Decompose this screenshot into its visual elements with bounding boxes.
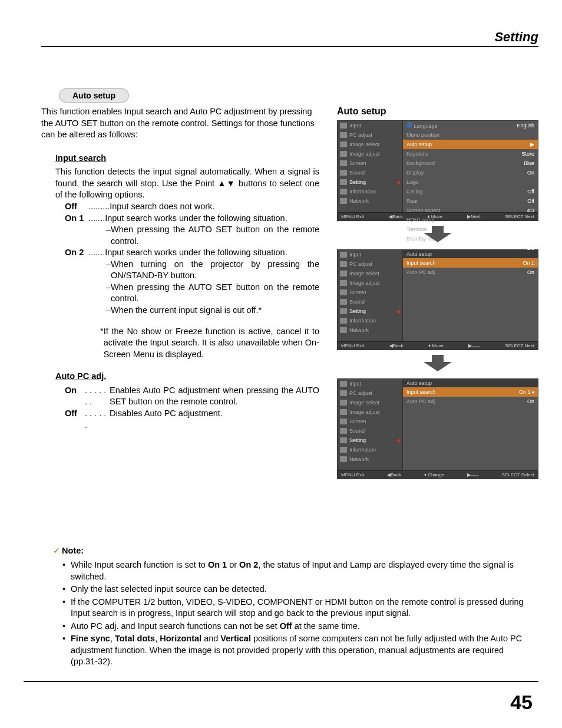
sidebar-item: Sound [338, 426, 402, 436]
sidebar-item: Image select [338, 269, 402, 278]
notes-section: ✓Note: While Input search function is se… [53, 545, 533, 669]
menu-row: RearOff [403, 196, 538, 206]
sidebar-item: Image select [338, 140, 402, 149]
down-arrow-icon [337, 355, 538, 374]
sidebar-item: Setting◀ [338, 307, 402, 316]
right-column: Auto setup InputPC adjustImage selectIma… [337, 106, 538, 479]
page-number: 45 [510, 691, 533, 714]
footnote: * If the No show or Freeze function is a… [100, 326, 319, 361]
auto-pc-heading: Auto PC adj. [55, 371, 319, 383]
section-pill: Auto setup [59, 88, 129, 103]
sidebar-item: Setting◀ [338, 436, 402, 445]
sidebar-item: Information [338, 445, 402, 454]
menu-row: Input searchOn 1 [403, 258, 538, 268]
note-item: Fine sync, Total dots, Horizontal and Ve… [62, 633, 533, 668]
menu-row: KeystoneStore [403, 149, 538, 159]
on1-a: – When pressing the AUTO SET button on t… [106, 224, 319, 247]
menu-row: Input searchOn 1 ♦ [403, 387, 538, 397]
sidebar-item: Screen [338, 288, 402, 297]
osd-panel-1: InputPC adjustImage selectImage adjustSc… [337, 120, 538, 221]
page-header: Setting [41, 29, 538, 47]
footer-hint: MENU Exit [341, 472, 364, 477]
autopc-off: Off . . . . . .Disables Auto PC adjustme… [65, 408, 319, 431]
sidebar-item: PC adjust [338, 130, 402, 140]
svg-marker-0 [424, 226, 452, 242]
footer-hint: ◀Back [389, 343, 404, 348]
footer-hint: MENU Exit [341, 343, 364, 348]
menu-row: Auto PC adj.On [403, 268, 538, 277]
menu-row: LanguageEnglish [403, 121, 538, 130]
right-title: Auto setup [337, 106, 538, 117]
intro-text: This function enables Input search and A… [41, 106, 319, 141]
sidebar-item: Screen [338, 417, 402, 426]
footer-hint: ◀Back [389, 214, 403, 219]
footer-hint: MENU Exit [341, 214, 364, 219]
menu-row: Logo [403, 177, 538, 187]
footer-hint: SELECT Next [505, 343, 534, 348]
footer-hint: ◀Back [387, 472, 401, 477]
menu-row: BackgroundBlue [403, 159, 538, 168]
footer-rule [24, 681, 538, 682]
sidebar-item: Input [338, 121, 402, 130]
menu-row: DisplayOn [403, 168, 538, 177]
sidebar-item: Setting◀ [338, 177, 402, 187]
sidebar-item: Network [338, 196, 402, 206]
menu-row: Auto PC adj.On [403, 397, 538, 406]
osd-panel-2: InputPC adjustImage selectImage adjustSc… [337, 249, 538, 350]
sidebar-item: Image adjust [338, 278, 402, 288]
footer-hint: ♦ Move [428, 343, 444, 348]
footer-hint: ▶----- [467, 472, 478, 477]
menu-row: Auto setup▶ [403, 140, 538, 149]
sidebar-item: Input [338, 250, 402, 259]
sidebar-item: Screen [338, 159, 402, 168]
footer-hint: ♦ Move [427, 214, 442, 219]
sidebar-item: Image adjust [338, 407, 402, 417]
sidebar-item: Information [338, 187, 402, 196]
note-item: While Input search function is set to On… [62, 559, 533, 582]
sidebar-item: Sound [338, 168, 402, 177]
footer-hint: ▶Next [467, 214, 480, 219]
sidebar-item: Network [338, 454, 402, 464]
note-item: Only the last selected input source can … [62, 584, 533, 595]
sidebar-item: PC adjust [338, 388, 402, 398]
left-column: This function enables Input search and A… [41, 106, 319, 479]
footer-hint: ♦ Change [424, 472, 444, 477]
input-search-heading: Input search [55, 153, 319, 164]
sidebar-item: Input [338, 379, 402, 388]
autopc-on: On. . . . . . .Enables Auto PC adjustmen… [65, 385, 319, 408]
svg-marker-1 [424, 355, 452, 371]
sidebar-item: Network [338, 325, 402, 335]
sidebar-item: PC adjust [338, 259, 402, 269]
on2-b: – When pressing the AUTO SET button on t… [106, 282, 319, 305]
input-search-desc: This function detects the input signal a… [55, 166, 319, 201]
osd-panel-3: InputPC adjustImage selectImage adjustSc… [337, 378, 538, 479]
on2-a: – When turning on the projector by press… [106, 259, 319, 282]
opt-off: Off ......... Input search does not work… [65, 201, 319, 213]
note-item: Auto PC adj. and Input search functions … [62, 621, 533, 633]
sidebar-item: Sound [338, 297, 402, 307]
opt-on2: On 2....... Input search works under the… [65, 247, 319, 259]
opt-on1: On 1....... Input search works under the… [65, 213, 319, 225]
menu-row: CeilingOff [403, 187, 538, 196]
note-item: If the COMPUTER 1/2 button, VIDEO, S-VID… [62, 597, 533, 620]
sidebar-item: Image adjust [338, 149, 402, 159]
footer-hint: SELECT Select [502, 472, 534, 477]
footer-hint: ▶----- [468, 343, 480, 348]
sidebar-item: Information [338, 316, 402, 325]
footer-hint: SELECT Next [505, 214, 534, 219]
check-icon: ✓ [53, 546, 61, 555]
menu-row: Menu position [403, 130, 538, 140]
sidebar-item: Image select [338, 398, 402, 407]
on2-c: – When the current input signal is cut o… [106, 305, 319, 317]
